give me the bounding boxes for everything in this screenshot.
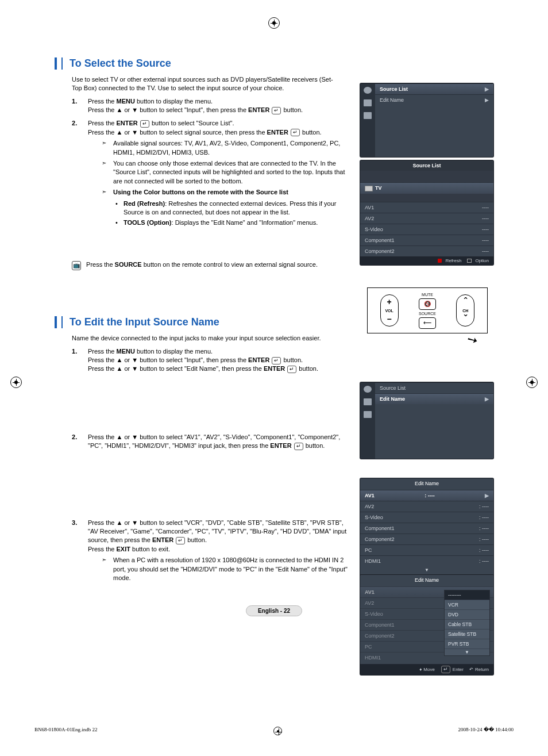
editname-pc[interactable]: PC: ---- xyxy=(360,544,493,555)
print-timestamp: 2008-10-24 �� 10:44:00 xyxy=(458,727,514,735)
footer-refresh[interactable]: Refresh xyxy=(438,258,461,263)
section-title: To Edit the Input Source Name xyxy=(55,316,493,328)
enter-icon: ↵ xyxy=(272,357,281,364)
tip-source-button: 📺 Press the SOURCE button on the remote … xyxy=(72,261,348,270)
osd-input-menu: Input Source List▶ Edit Name▶ xyxy=(360,83,493,157)
section-edit-input-name: To Edit the Input Source Name Name the d… xyxy=(55,316,493,583)
intro-text: Name the device connected to the input j… xyxy=(72,334,416,343)
source-tv[interactable]: TV xyxy=(360,182,493,194)
registration-mark-right xyxy=(526,377,538,388)
note-connected-devices: You can choose only those external devic… xyxy=(102,159,348,186)
editname-hdmi1[interactable]: HDMI1: ---- xyxy=(360,555,493,566)
menu-item-edit-name[interactable]: Edit Name▶ xyxy=(375,94,493,105)
menu-item-source-list[interactable]: Source List xyxy=(375,382,493,393)
popup-item-blank[interactable]: -------- xyxy=(445,590,489,600)
source-component1[interactable]: Component1---- xyxy=(360,235,493,245)
note-available-sources: Available signal sources: TV, AV1, AV2, … xyxy=(102,139,348,157)
menu-item-source-list[interactable]: Source List▶ xyxy=(375,83,493,94)
step-1: Press the MENU button to display the men… xyxy=(72,347,348,428)
enter-icon: ↵ xyxy=(291,129,300,136)
enter-icon: ↵ xyxy=(272,107,281,114)
chevron-down-icon: ▼ xyxy=(445,649,489,655)
enter-icon: ↵ xyxy=(140,120,149,128)
bullet-red-refresh: Red (Refresh): Refreshes the connected e… xyxy=(115,199,348,217)
chevron-right-icon: ▶ xyxy=(485,396,489,402)
footer-enter: ↵Enter xyxy=(441,666,464,673)
move-icon: ♦ xyxy=(419,667,422,672)
section-select-source: To Select the Source Use to select TV or… xyxy=(55,57,493,270)
indb-filename: BN68-01800A-01Eng.indb 22 xyxy=(34,727,98,735)
popup-item-vcr[interactable]: VCR xyxy=(445,600,489,610)
gear-icon xyxy=(364,87,372,94)
section-title: To Select the Source xyxy=(55,57,493,70)
tv-icon xyxy=(365,186,373,191)
gear-icon xyxy=(364,386,372,393)
popup-item-pvr-stb[interactable]: PVR STB xyxy=(445,639,489,649)
source-av1[interactable]: AV1---- xyxy=(360,202,493,213)
mute-button[interactable]: 🔇 xyxy=(419,298,436,310)
remote-tip-icon: 📺 xyxy=(72,261,81,270)
chevron-right-icon: ▶ xyxy=(485,86,489,92)
return-icon: ↶ xyxy=(469,667,473,672)
name-select-popup: -------- VCR DVD Cable STB Satellite STB… xyxy=(444,590,490,656)
editname-component2[interactable]: Component2: ---- xyxy=(360,534,493,544)
osd-title: Source List xyxy=(360,160,493,171)
popup-item-cable-stb[interactable]: Cable STB xyxy=(445,620,489,630)
footer-option[interactable]: Option xyxy=(467,258,489,263)
app-icon xyxy=(364,112,372,119)
enter-icon: ↵ xyxy=(176,537,185,544)
note-color-buttons: Using the Color buttons on the remote wi… xyxy=(102,188,348,197)
enter-icon: ↵ xyxy=(287,366,296,373)
plug-icon xyxy=(364,398,372,405)
bullet-tools-option: TOOLS (Option): Displays the "Edit Name"… xyxy=(115,218,348,227)
chevron-down-icon: ▼ xyxy=(360,566,493,574)
menu-item-edit-name[interactable]: Edit Name▶ xyxy=(375,393,493,404)
app-icon xyxy=(364,411,372,418)
source-component2[interactable]: Component2---- xyxy=(360,245,493,256)
intro-text: Use to select TV or other external input… xyxy=(72,75,336,93)
editname-av2[interactable]: AV2: ---- xyxy=(360,501,493,512)
popup-item-satellite-stb[interactable]: Satellite STB xyxy=(445,630,489,639)
registration-mark-left xyxy=(10,377,22,388)
plus-icon: + xyxy=(387,297,392,306)
tools-icon xyxy=(467,259,472,263)
source-label: SOURCE xyxy=(419,312,436,316)
editname-component1[interactable]: Component1: ---- xyxy=(360,523,493,534)
osd-source-list: Source List TV AV1---- AV2---- S-Video--… xyxy=(360,160,493,265)
chevron-up-icon: ˆ xyxy=(464,297,467,306)
step-2: Press the ENTER ↵ button to select "Sour… xyxy=(72,119,348,227)
registration-mark-top xyxy=(268,17,280,29)
step-1: Press the MENU button to display the men… xyxy=(72,97,348,115)
footer-move: ♦Move xyxy=(419,666,435,673)
enter-icon: ↵ xyxy=(441,666,450,673)
mute-label: MUTE xyxy=(422,293,433,297)
step-3: Press the ▲ or ▼ button to select "VCR",… xyxy=(72,519,348,583)
chevron-right-icon: ▶ xyxy=(485,493,489,498)
osd-title: Edit Name xyxy=(360,575,493,585)
source-av2[interactable]: AV2---- xyxy=(360,213,493,224)
step-2: Press the ▲ or ▼ button to select "AV1",… xyxy=(72,433,348,514)
osd-input-menu-2: Input Source List Edit Name▶ xyxy=(360,382,493,459)
osd-title: Edit Name xyxy=(360,478,493,489)
editname-av1[interactable]: AV1: ----▶ xyxy=(360,490,493,501)
editname-svideo[interactable]: S-Video: ---- xyxy=(360,512,493,523)
osd-edit-name-list: Edit Name AV1: ----▶ AV2: ---- S-Video: … xyxy=(360,478,493,586)
source-svideo[interactable]: S-Video---- xyxy=(360,224,493,235)
enter-icon: ↵ xyxy=(294,443,303,450)
note-pc-hdmi2: When a PC with a resolution of 1920 x 10… xyxy=(102,556,348,582)
red-dot-icon xyxy=(438,259,442,263)
chevron-right-icon: ▶ xyxy=(485,97,489,103)
footer-return: ↶Return xyxy=(469,666,489,673)
popup-item-dvd[interactable]: DVD xyxy=(445,610,489,620)
osd-edit-name-popup: Edit Name AV1: AV2 S-Video Component1 Co… xyxy=(360,575,493,675)
plug-icon xyxy=(364,99,372,106)
